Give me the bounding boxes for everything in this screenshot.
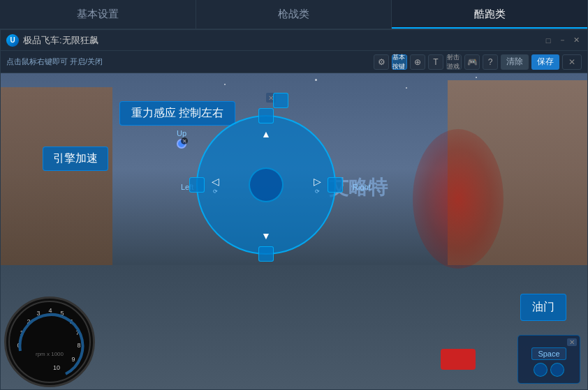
close-button[interactable]: ✕ [571,35,582,46]
plus-icon[interactable]: ⊕ [410,54,425,70]
app-logo: U [6,34,19,47]
star [315,79,317,81]
title-bar: U 极品飞车:无限狂飙 □ － ✕ [1,30,587,51]
tab-basic[interactable]: 基本设置 [0,0,196,29]
toolbar-icons: ⚙ 基本按键 ⊕ T 射击游戏 🎮 ? 清除 保存 ✕ [374,54,582,70]
dpad-circle[interactable]: ▲ ▼ ◁⟳ ▷⟳ [196,115,336,255]
dpad-right-button[interactable]: ▷⟳ [307,174,328,195]
tab-shooting[interactable]: 枪战类 [196,0,392,29]
controller-icon[interactable]: 🎮 [464,54,480,70]
game-window: U 极品飞车:无限狂飙 □ － ✕ 点击鼠标右键即可 开启/关闭 ⚙ 基本按键 … [0,29,588,390]
dpad-bottom-indicator [258,246,274,262]
dpad-container: ▲ ▼ ◁⟳ ▷⟳ [196,115,336,255]
dpad-up-button[interactable]: ▲ [256,123,277,144]
star [224,84,226,85]
star [476,77,477,78]
svg-text:9: 9 [71,356,75,363]
toolbar-close-button[interactable]: ✕ [562,54,582,70]
tab-bar: 基本设置 枪战类 酷跑类 [0,0,588,29]
smoke-effect [413,129,504,269]
window-title: 极品飞车:无限狂飙 [23,34,98,47]
shoot-game-icon[interactable]: 射击游戏 [446,54,462,70]
up-dot: ✕ [177,139,186,149]
clear-button[interactable]: 清除 [501,54,529,70]
basic-keys-button[interactable]: 基本按键 [392,54,407,70]
car-object [441,349,476,370]
space-key[interactable]: Space [531,347,566,360]
tab-racing[interactable]: 酷跑类 [392,0,588,29]
game-area: 0 1 2 3 4 5 6 7 8 9 10 rpm x 1000 重力感应 控… [1,73,587,390]
building-left [1,87,112,283]
gravity-indicator [273,93,288,108]
up-close-button[interactable]: ✕ [181,137,188,144]
help-icon[interactable]: ? [483,54,498,70]
svg-text:rpm x 1000: rpm x 1000 [36,351,64,357]
dpad-left-indicator [189,177,205,193]
dpad-right-indicator [328,177,343,193]
throttle-label: 油门 [520,294,566,321]
maximize-button[interactable]: □ [543,35,554,46]
engine-label: 引擎加速 [43,147,108,171]
speedometer: 0 1 2 3 4 5 6 7 8 9 10 rpm x 1000 [4,297,95,387]
dpad-top-indicator [258,108,274,123]
toolbar-hint: 点击鼠标右键即可 开启/关闭 [6,57,369,67]
star [406,87,407,89]
space-visual [534,363,564,377]
space-dot-2 [550,363,564,377]
title-bar-controls: □ － ✕ [543,35,582,46]
title-bar-left: U 极品飞车:无限狂飙 [6,34,98,47]
up-indicator: Up ✕ [177,129,186,149]
toolbar: 点击鼠标右键即可 开启/关闭 ⚙ 基本按键 ⊕ T 射击游戏 🎮 ? 清除 保存… [1,51,587,73]
space-container: ✕ Space [517,335,580,384]
svg-text:8: 8 [77,342,80,349]
dpad-left-button[interactable]: ◁⟳ [205,174,226,195]
dpad-center [249,167,284,202]
svg-text:4: 4 [48,307,52,314]
save-button[interactable]: 保存 [531,54,559,70]
minimize-button[interactable]: － [557,35,568,46]
settings-icon[interactable]: ⚙ [374,54,389,70]
text-icon[interactable]: T [428,54,443,70]
dpad-down-button[interactable]: ▼ [256,225,277,246]
speedometer-svg: 0 1 2 3 4 5 6 7 8 9 10 rpm x 1000 [6,299,93,385]
space-dot-1 [534,363,547,377]
svg-text:10: 10 [53,364,60,371]
space-close-button[interactable]: ✕ [567,338,577,346]
